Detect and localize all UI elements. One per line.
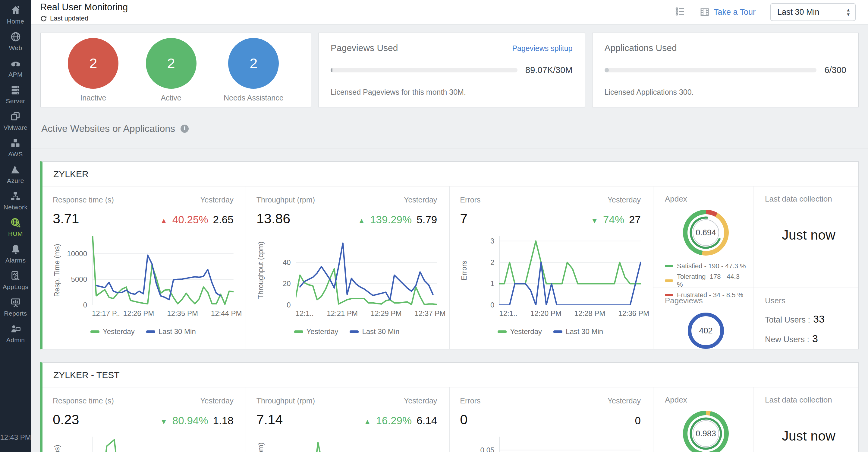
- apdex-panel: Apdex 0.694 Satisfied - 190 - 47.3 % Tol…: [653, 187, 753, 287]
- vmware-icon: [10, 111, 21, 122]
- metric-label: Errors: [460, 196, 480, 204]
- sidebar-item-network[interactable]: Network: [4, 191, 28, 211]
- alarms-bell-icon: [10, 244, 21, 255]
- compare-value: 0: [635, 415, 641, 427]
- y-axis-label: Throughput (cpm): [256, 436, 267, 452]
- web-globe-icon: [10, 31, 21, 42]
- sidebar-item-reports[interactable]: Reports: [4, 297, 27, 317]
- x-axis-ticks: 12:17 P..12:26 PM12:35 PM12:44 PM: [92, 305, 234, 320]
- response-time-chart: Resp. Time (ms)1500: [53, 436, 234, 452]
- metric-label: Response time (s): [53, 396, 114, 405]
- status-active[interactable]: 2 Active: [146, 38, 196, 102]
- pageviews-progress-bar: [331, 68, 518, 73]
- rum-dashboard: Home Web APM Server VMware AWS Azure Ne: [0, 0, 868, 452]
- delta-triangle-icon: ▲: [364, 417, 371, 426]
- legend-item: Last 30 Min: [146, 328, 196, 336]
- time-range-select[interactable]: Last 30 Min ▲▼: [770, 3, 856, 21]
- compare-value: 6.14: [416, 415, 437, 427]
- metric-value: 3.71: [53, 211, 79, 227]
- y-axis-ticks: 02040: [267, 236, 296, 305]
- y-axis-ticks: 1500: [63, 436, 92, 452]
- delta-percent: 74%: [603, 214, 624, 226]
- last-data-collection-panel: Last data collection Just now: [753, 187, 858, 287]
- select-arrows-icon: ▲▼: [846, 7, 850, 17]
- admin-icon: [10, 323, 21, 334]
- azure-icon: [10, 164, 21, 175]
- last-updated-label: Last updated: [50, 15, 88, 22]
- metric-label: Throughput (rpm): [256, 196, 315, 204]
- y-axis-ticks: 0500010000: [63, 236, 92, 305]
- throughput-chart: Throughput (cpm): [256, 436, 437, 452]
- y-axis-label: Resp. Time (ms): [53, 236, 63, 305]
- sidebar-item-home[interactable]: Home: [7, 5, 24, 25]
- status-inactive[interactable]: 2 Inactive: [68, 38, 119, 102]
- delta-triangle-icon: ▼: [160, 417, 167, 426]
- period-label: Yesterday: [404, 396, 437, 405]
- y-axis-ticks: [267, 436, 296, 452]
- aws-icon: [10, 138, 21, 148]
- applications-progress-bar: [604, 68, 817, 73]
- delta-triangle-icon: ▲: [160, 216, 167, 225]
- monitor-status-card: 2 Inactive 2 Active 2 Needs Assistance: [40, 33, 311, 107]
- pageviews-splitup-link[interactable]: Pageviews splitup: [512, 44, 572, 53]
- y-axis-ticks: 0123: [470, 236, 499, 305]
- sidebar-item-vmware[interactable]: VMware: [4, 111, 27, 131]
- metric-response-time: Response time (s) Yesterday 0.23 ▼ 80.94…: [42, 388, 246, 452]
- period-label: Yesterday: [404, 196, 437, 204]
- apdex-legend-tolerating: Tolerating- 178 - 44.3 %: [665, 273, 747, 288]
- response-time-chart: Resp. Time (ms)050001000012:17 P..12:26 …: [53, 236, 234, 320]
- apdex-label: Apdex: [665, 395, 747, 405]
- applogs-icon: [10, 270, 21, 281]
- errors-chart: Errors012312:1..12:20 PM12:28 PM12:36 PM: [460, 236, 641, 320]
- sidebar: Home Web APM Server VMware AWS Azure Ne: [0, 0, 31, 452]
- home-icon: [10, 5, 21, 16]
- metric-value: 7.14: [256, 412, 283, 428]
- server-icon: [10, 84, 21, 95]
- y-axis-ticks: 0.05: [470, 436, 499, 452]
- apdex-score: 0.694: [692, 219, 719, 246]
- sidebar-item-applogs[interactable]: AppLogs: [3, 270, 29, 290]
- pageviews-license-note: Licensed Pageviews for this month 30M.: [331, 88, 572, 96]
- sidebar-item-admin[interactable]: Admin: [6, 323, 25, 344]
- task-list-icon[interactable]: [675, 6, 685, 18]
- period-label: Yesterday: [608, 396, 641, 405]
- status-needs-assistance[interactable]: 2 Needs Assistance: [224, 38, 284, 102]
- site-name[interactable]: ZYLKER: [53, 169, 847, 179]
- period-label: Yesterday: [608, 196, 641, 204]
- metric-value: 0: [460, 412, 467, 428]
- sidebar-item-apm[interactable]: APM: [8, 58, 23, 78]
- y-axis-label: Throughput (cpm): [256, 236, 267, 305]
- applications-used-title: Applications Used: [604, 43, 677, 53]
- throughput-chart: Throughput (cpm)0204012:1..12:21 PM12:29…: [256, 236, 437, 320]
- active-count-circle: 2: [146, 38, 196, 89]
- take-a-tour-link[interactable]: Take a Tour: [700, 7, 755, 17]
- delta-percent: 40.25%: [173, 214, 208, 226]
- chart-legend: YesterdayLast 30 Min: [53, 328, 234, 336]
- applications-license-note: Licensed Applications 300.: [604, 88, 846, 96]
- inactive-count-circle: 2: [68, 38, 119, 89]
- users-panel: Users Total Users :33 New Users :3: [753, 287, 858, 349]
- period-label: Yesterday: [200, 396, 233, 405]
- refresh-icon[interactable]: [40, 15, 47, 22]
- sidebar-item-web[interactable]: Web: [9, 31, 22, 52]
- sidebar-item-rum[interactable]: RUM: [8, 217, 23, 237]
- page-title: Real User Monitoring: [40, 2, 128, 13]
- pageviews-used-title: Pageviews Used: [331, 43, 398, 53]
- errors-chart: Errors0.05: [460, 436, 641, 452]
- metric-throughput: Throughput (rpm) Yesterday 7.14 ▲ 16.29%…: [246, 388, 450, 452]
- sidebar-item-azure[interactable]: Azure: [7, 164, 24, 185]
- sidebar-item-server[interactable]: Server: [6, 84, 25, 105]
- site-name[interactable]: ZYLKER - TEST: [53, 370, 847, 380]
- pageviews-panel: Pageviews 402: [653, 287, 753, 349]
- x-axis-ticks: 12:1..12:21 PM12:29 PM12:37 PM: [296, 305, 437, 320]
- sidebar-item-alarms[interactable]: Alarms: [5, 244, 26, 264]
- delta-percent: 139.29%: [370, 214, 412, 226]
- legend-item: Last 30 Min: [553, 328, 603, 336]
- apdex-legend-satisfied: Satisfied - 190 - 47.3 %: [665, 262, 747, 270]
- apdex-panel: Apdex 0.983 Satisfied - 200 - 96.6 %: [653, 388, 753, 452]
- applications-used-card: Applications Used 6/300 Licensed Applica…: [592, 33, 859, 107]
- sidebar-item-aws[interactable]: AWS: [8, 138, 23, 158]
- apm-binoculars-icon: [10, 58, 21, 69]
- line-chart-plot: [499, 436, 641, 452]
- info-icon[interactable]: i: [181, 124, 189, 133]
